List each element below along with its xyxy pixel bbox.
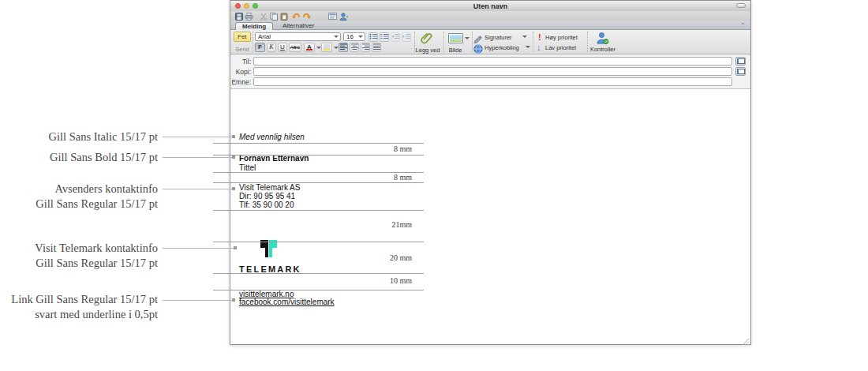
telemark-logo-mark: [260, 240, 277, 260]
annotation-line: Link Gill Sans Regular 15/17 pt: [11, 292, 158, 307]
font-color-button[interactable]: A: [304, 43, 315, 52]
annotation-line: Gill Sans Regular 15/17 pt: [36, 197, 158, 212]
annotation-dot: [234, 246, 237, 249]
redo-icon[interactable]: [302, 12, 311, 21]
signatures-dropdown-icon[interactable]: [522, 36, 527, 40]
measurement-line: [213, 155, 424, 156]
facebook-link[interactable]: facebook.com/visittelemark: [239, 298, 335, 306]
measurement-line: [213, 210, 424, 211]
measurement-label: 20 mm: [390, 253, 412, 262]
measurement-line: [213, 182, 424, 183]
cut-icon[interactable]: [259, 12, 268, 21]
annotation-link-spec: Link Gill Sans Regular 15/17 pt svart me…: [11, 292, 158, 322]
picture-button[interactable]: Bilde: [443, 47, 467, 54]
annotation-dot: [232, 135, 235, 138]
cc-input[interactable]: [253, 67, 732, 76]
hyperlink-button[interactable]: Hyperkobling: [485, 44, 522, 51]
annotation-dot: [232, 298, 235, 302]
save-icon[interactable]: [234, 12, 243, 21]
font-color-swatch: [306, 49, 312, 51]
tab-alternativer[interactable]: Alternativer: [276, 22, 320, 30]
highlight-swatch: [324, 49, 330, 51]
annotation-sender-info: Avsenders kontaktinfo Gill Sans Regular …: [36, 182, 158, 212]
measurement-line: [213, 242, 424, 242]
signature-phone-main: Tlf: 35 90 00 20: [239, 200, 294, 209]
annotation-leader-line: [163, 189, 232, 189]
quick-toolbar: [230, 11, 750, 21]
measurement-line: [213, 273, 424, 274]
font-size-value: 16: [346, 33, 354, 40]
annotation-leader-line: [163, 300, 232, 301]
spec-sheet: Uten navn: [0, 0, 868, 371]
highlight-button[interactable]: [321, 43, 332, 52]
signature-greeting: Med vennlig hilsen: [239, 133, 305, 141]
bold-button[interactable]: F: [255, 43, 265, 52]
measurement-line: [213, 290, 424, 290]
measurement-line: [213, 172, 424, 173]
message-header-fields: Til: Kopi: Emne:: [230, 54, 750, 89]
high-priority-button[interactable]: Høy prioritet: [545, 34, 583, 41]
add-contact-icon[interactable]: [339, 12, 348, 21]
signatures-button[interactable]: Signaturer: [485, 34, 518, 41]
to-input[interactable]: [253, 57, 732, 66]
group-divider: [472, 32, 473, 52]
undo-icon[interactable]: [292, 12, 301, 21]
tab-melding[interactable]: Melding: [235, 22, 273, 30]
subject-label: Emne:: [230, 78, 251, 86]
title-bar: Uten navn: [230, 1, 750, 12]
annotation-dot: [232, 187, 235, 190]
cc-address-book-icon[interactable]: [735, 67, 746, 76]
indent-button[interactable]: [402, 32, 411, 42]
picture-dropdown-icon[interactable]: [465, 37, 470, 42]
signature-job-title: Tittel: [239, 163, 256, 172]
paste-icon[interactable]: [279, 12, 288, 21]
low-priority-icon[interactable]: ↓: [537, 43, 541, 52]
align-right-button[interactable]: [361, 43, 370, 52]
signature-phone-direct: Dir: 90 95 95 41: [239, 192, 295, 200]
subject-input[interactable]: [253, 77, 732, 86]
annotation-line: svart med underline i 0,5pt: [11, 307, 158, 322]
copy-icon[interactable]: [269, 12, 278, 21]
bold-tooltip: Fet: [234, 32, 251, 42]
toolbar-toggle-button[interactable]: [736, 3, 746, 8]
measurement-label: 10 mm: [390, 276, 412, 285]
measurement-line: [213, 143, 424, 144]
outdent-button[interactable]: [391, 32, 400, 42]
high-priority-icon[interactable]: !: [538, 32, 541, 42]
contact-card-icon[interactable]: [328, 12, 337, 21]
measurement-label: 8 mm: [394, 173, 412, 182]
align-left-button[interactable]: [339, 43, 348, 52]
numbered-list-button[interactable]: [380, 32, 389, 42]
font-size-select[interactable]: 16: [343, 32, 365, 41]
annotation-vt-info: Visit Telemark kontaktinfo Gill Sans Reg…: [35, 241, 158, 271]
annotation-bold-spec: Gill Sans Bold 15/17 pt: [50, 150, 158, 165]
resize-grip[interactable]: [741, 335, 750, 343]
to-address-book-icon[interactable]: [735, 57, 746, 66]
measurement-label: 21mm: [391, 220, 412, 229]
italic-button[interactable]: K: [267, 43, 276, 52]
window-title: Uten navn: [230, 2, 750, 10]
annotation-line: Avsenders kontaktinfo: [36, 182, 158, 197]
annotation-dot: [232, 156, 235, 159]
low-priority-button[interactable]: Lav prioritet: [545, 44, 583, 51]
annotation-leader-line: [163, 248, 234, 249]
send-button[interactable]: Send: [230, 46, 254, 53]
group-divider: [253, 32, 253, 52]
bullet-list-button[interactable]: [369, 32, 378, 42]
justify-button[interactable]: [372, 43, 381, 52]
strikethrough-button[interactable]: ABC: [289, 43, 301, 52]
font-family-select[interactable]: Arial: [255, 32, 341, 41]
annotation-leader-line: [163, 157, 232, 158]
align-center-button[interactable]: [350, 43, 359, 52]
hyperlink-dropdown-icon[interactable]: [526, 46, 530, 51]
annotation-italic-spec: Gill Sans Italic 15/17 pt: [48, 129, 158, 144]
picture-icon[interactable]: [448, 33, 463, 43]
attach-button[interactable]: Legg ved: [415, 47, 440, 54]
to-label: Til:: [230, 58, 251, 66]
print-icon[interactable]: [245, 12, 253, 21]
paperclip-icon[interactable]: [421, 32, 433, 48]
cc-label: Kopi:: [230, 68, 251, 76]
measurement-label: 8 mm: [394, 144, 412, 153]
ribbon-collapse-icon[interactable]: ⌃: [739, 22, 747, 28]
underline-button[interactable]: U: [278, 43, 287, 52]
